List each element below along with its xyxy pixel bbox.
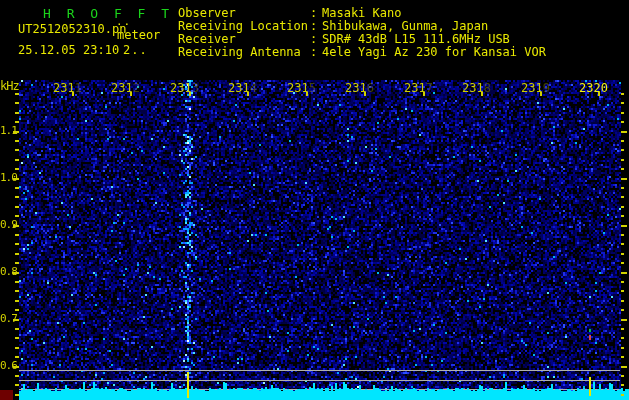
x-axis-label: 2317: [404, 81, 433, 95]
x-axis-label: 2320: [579, 81, 608, 95]
y-axis-label: 0.9: [0, 218, 17, 231]
x-axis-label: 2319: [521, 81, 550, 95]
x-axis-label: 2318: [462, 81, 491, 95]
y-axis-label: 0.6: [0, 359, 17, 372]
info-row: Receiving Antenna:4ele Yagi Az 230 for K…: [178, 46, 546, 59]
overlap-mark: ..: [116, 15, 131, 28]
x-axis-label: 2314: [228, 81, 257, 95]
y-axis-label: 1.0: [0, 171, 17, 184]
station-label: meteor: [117, 28, 160, 42]
datetime-label: 25.12.05 23:10: [18, 43, 119, 57]
spectrogram-canvas: [0, 0, 629, 400]
x-axis-label: 2312: [111, 81, 140, 95]
x-axis-label: 2315: [287, 81, 316, 95]
x-axis-label: 2316: [345, 81, 374, 95]
y-axis-label: 0.8: [0, 265, 17, 278]
x-axis-label: 2311: [53, 81, 82, 95]
info-value: 4ele Yagi Az 230 for Kansai VOR: [322, 46, 546, 59]
info-label: Receiving Antenna: [178, 46, 310, 59]
filename-label: UT2512052310.pn: [18, 22, 126, 36]
elapsed-label: 2..: [123, 43, 148, 57]
receiver-info: Observer:Masaki Kano Receiving Location:…: [178, 7, 546, 59]
khz-unit-label: kHz: [0, 79, 19, 93]
y-axis-label: 1.1: [0, 124, 17, 137]
y-axis-label: 0.7: [0, 312, 17, 325]
hrofft-window: H R O F F T UT2512052310.pn .. meteor 25…: [0, 0, 629, 400]
info-colon: :: [310, 46, 322, 59]
x-axis-label: 2313: [170, 81, 199, 95]
app-title: H R O F F T: [43, 6, 173, 21]
